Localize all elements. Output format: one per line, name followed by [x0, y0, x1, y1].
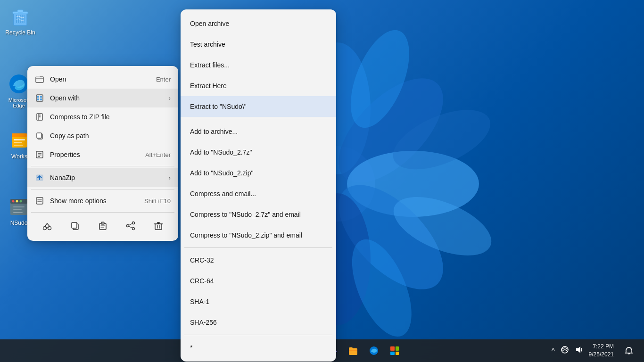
svg-rect-25 — [14, 145, 23, 146]
sub-divider-3 — [184, 335, 332, 335]
context-menu-copy-path[interactable]: Copy as path — [27, 126, 178, 145]
add-to-archive-label: Add to archive... — [190, 128, 327, 135]
clock-time: 7:22 PM — [589, 343, 614, 351]
crc32-label: CRC-32 — [190, 256, 327, 264]
sha256-label: SHA-256 — [190, 319, 327, 326]
delete-button[interactable] — [150, 217, 167, 234]
submenu-open-archive[interactable]: Open archive — [181, 13, 336, 34]
copy-button[interactable] — [66, 217, 83, 234]
open-archive-label: Open archive — [190, 20, 327, 27]
svg-rect-35 — [36, 95, 43, 101]
divider-2 — [31, 189, 174, 189]
svg-rect-41 — [39, 115, 41, 115]
context-menu-properties[interactable]: Properties Alt+Enter — [27, 145, 178, 164]
nanazip-icon — [35, 173, 44, 182]
compress-zip-label: Compress to ZIP file — [50, 113, 171, 121]
add-7z-label: Add to "NSudo_2.7z" — [190, 148, 327, 156]
store-button[interactable] — [385, 341, 404, 360]
paste-button[interactable] — [94, 217, 111, 234]
svg-rect-77 — [396, 352, 399, 355]
context-menu-compress-zip[interactable]: Compress to ZIP file — [27, 107, 178, 126]
svg-rect-60 — [155, 224, 162, 230]
svg-rect-19 — [17, 10, 23, 12]
share-button[interactable] — [122, 217, 139, 234]
nsudo-icon — [8, 195, 30, 218]
open-with-arrow: › — [168, 94, 171, 102]
extract-here-label: Extract Here — [190, 82, 327, 90]
submenu-test-archive[interactable]: Test archive — [181, 34, 336, 55]
clock-display[interactable]: 7:22 PM 9/25/2021 — [589, 343, 614, 359]
context-menu-main: Open Enter Open with › Compress to ZIP f… — [27, 66, 178, 241]
svg-rect-76 — [390, 352, 395, 355]
tray-chevron[interactable]: ^ — [550, 345, 557, 356]
recycle-bin-label: Recycle Bin — [5, 29, 35, 36]
submenu-star[interactable]: * — [181, 337, 336, 358]
submenu-crc32[interactable]: CRC-32 — [181, 250, 336, 271]
svg-rect-33 — [13, 212, 23, 213]
svg-rect-39 — [40, 99, 42, 100]
taskbar-right-area: ^ 7:22 PM 9/25/2021 — [550, 341, 638, 360]
extract-files-label: Extract files... — [190, 61, 327, 69]
svg-rect-44 — [37, 133, 41, 138]
svg-rect-32 — [13, 209, 22, 210]
submenu-crc64[interactable]: CRC-64 — [181, 271, 336, 291]
svg-rect-75 — [396, 346, 399, 351]
nsudo-label: NSudo — [10, 220, 28, 226]
open-with-label: Open with — [50, 94, 163, 102]
desktop-icon-recycle-bin[interactable]: Recycle Bin — [1, 3, 39, 38]
submenu-compress-7z-email[interactable]: Compress to "NSudo_2.7z" and email — [181, 204, 336, 225]
compress-7z-email-label: Compress to "NSudo_2.7z" and email — [190, 211, 327, 218]
submenu-extract-here[interactable]: Extract Here — [181, 75, 336, 96]
context-menu-bottom-bar — [27, 214, 178, 237]
submenu-compress-zip-email[interactable]: Compress to "NSudo_2.zip" and email — [181, 225, 336, 246]
svg-rect-37 — [40, 96, 42, 98]
compress-zip-email-label: Compress to "NSudo_2.zip" and email — [190, 231, 327, 239]
network-icon[interactable] — [559, 344, 571, 358]
svg-rect-56 — [101, 222, 104, 224]
context-menu-nanazip[interactable]: NanaZip › — [27, 168, 178, 187]
properties-icon — [35, 150, 44, 159]
context-menu-show-more[interactable]: Show more options Shift+F10 — [27, 191, 178, 210]
svg-rect-42 — [39, 116, 41, 117]
context-menu-open[interactable]: Open Enter — [27, 70, 178, 89]
submenu-compress-email[interactable]: Compress and email... — [181, 183, 336, 204]
svg-point-29 — [16, 200, 18, 203]
svg-rect-24 — [14, 142, 22, 143]
sub-divider-1 — [184, 119, 332, 119]
open-shortcut: Enter — [156, 76, 171, 83]
edge-taskbar-button[interactable] — [364, 341, 383, 360]
sha1-label: SHA-1 — [190, 298, 327, 305]
submenu-sha256[interactable]: SHA-256 — [181, 312, 336, 333]
add-zip-label: Add to "NSudo_2.zip" — [190, 169, 327, 177]
divider-3 — [31, 212, 174, 213]
svg-point-28 — [12, 200, 15, 203]
compress-zip-icon — [35, 112, 44, 122]
svg-rect-47 — [38, 155, 41, 156]
submenu-add-to-archive[interactable]: Add to archive... — [181, 121, 336, 142]
submenu-sha1[interactable]: SHA-1 — [181, 291, 336, 312]
show-more-shortcut: Shift+F10 — [144, 197, 171, 205]
notification-button[interactable] — [619, 341, 638, 360]
nanazip-label: NanaZip — [50, 174, 163, 181]
nanazip-arrow: › — [168, 174, 171, 181]
copy-path-label: Copy as path — [50, 132, 171, 140]
svg-rect-74 — [390, 346, 395, 351]
submenu-add-7z[interactable]: Add to "NSudo_2.7z" — [181, 142, 336, 163]
cut-button[interactable] — [39, 217, 56, 234]
clock-date: 9/25/2021 — [589, 351, 614, 359]
star-label: * — [190, 344, 327, 351]
svg-rect-22 — [12, 133, 27, 137]
context-menu-nanazip-submenu: Open archive Test archive Extract files.… — [181, 9, 336, 362]
open-label: Open — [50, 75, 150, 83]
svg-point-59 — [127, 225, 129, 227]
svg-point-57 — [132, 222, 135, 224]
volume-icon[interactable] — [573, 344, 585, 358]
test-archive-label: Test archive — [190, 41, 327, 48]
submenu-add-zip[interactable]: Add to "NSudo_2.zip" — [181, 163, 336, 183]
file-explorer-button[interactable] — [344, 341, 363, 360]
context-menu-open-with[interactable]: Open with › — [27, 89, 178, 107]
submenu-extract-files[interactable]: Extract files... — [181, 55, 336, 75]
show-more-label: Show more options — [50, 197, 139, 205]
properties-label: Properties — [50, 151, 140, 158]
submenu-extract-to-nsudo[interactable]: Extract to "NSudo\" — [181, 96, 336, 117]
